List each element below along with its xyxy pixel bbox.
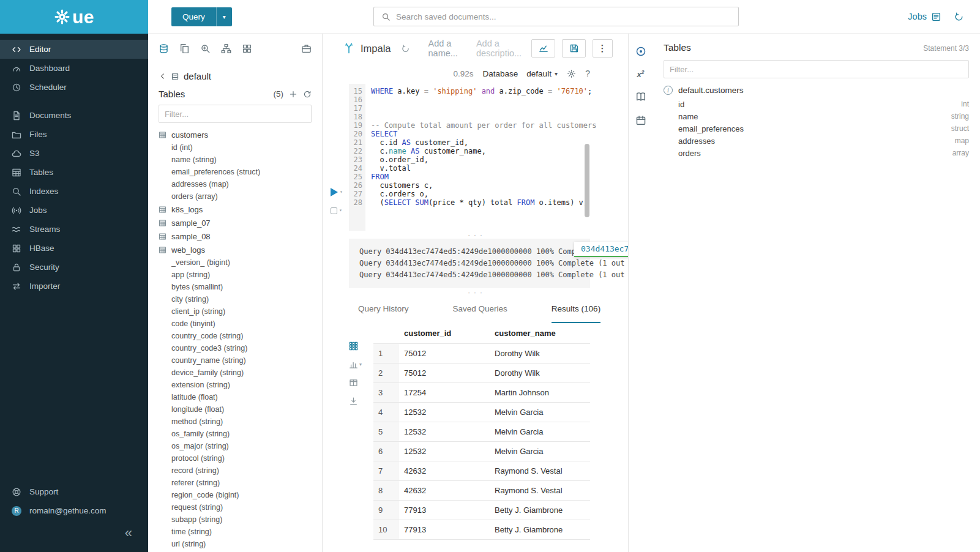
sidebar-item-indexes[interactable]: Indexes: [0, 182, 148, 201]
editor-history-icon[interactable]: [401, 44, 410, 53]
column-item-orders[interactable]: orders (array): [159, 190, 312, 203]
column-item-record[interactable]: record (string): [159, 464, 312, 477]
sidebar-item-streams[interactable]: Streams: [0, 220, 148, 239]
zoom-source-icon[interactable]: [200, 43, 211, 54]
table-item-k8s-logs[interactable]: k8s_logs: [159, 203, 312, 216]
column-item-request[interactable]: request (string): [159, 501, 312, 513]
code-editor[interactable]: ▾ ▾ 1516171819202122232425262728 WHERE a…: [323, 84, 628, 231]
tables-filter-input[interactable]: [159, 105, 312, 123]
databases-source-icon[interactable]: [159, 43, 169, 54]
add-table-icon[interactable]: [289, 90, 297, 99]
column-item-subapp[interactable]: subapp (string): [159, 513, 312, 526]
column-header-customer-id[interactable]: customer_id: [399, 323, 490, 344]
refresh-tables-icon[interactable]: [303, 90, 312, 99]
save-button[interactable]: [562, 39, 586, 58]
resize-handle-bottom[interactable]: [323, 288, 628, 296]
sidebar-item-tables[interactable]: Tables: [0, 163, 148, 182]
breadcrumb[interactable]: default: [159, 67, 312, 89]
column-item-addresses[interactable]: addressesmap: [664, 135, 969, 147]
resize-handle-top[interactable]: [323, 231, 628, 239]
columns-view-icon[interactable]: [349, 378, 373, 387]
column-item-extension[interactable]: extension (string): [159, 379, 312, 391]
tab-saved-queries[interactable]: Saved Queries: [453, 304, 507, 323]
column-item-method[interactable]: method (string): [159, 416, 312, 428]
sidebar-collapse-button[interactable]: «: [0, 520, 148, 548]
assistant-icon[interactable]: [635, 46, 646, 57]
documents-source-icon[interactable]: [179, 43, 190, 54]
sidebar-item-support[interactable]: Support: [0, 482, 148, 501]
sidebar-item-documents[interactable]: Documents: [0, 106, 148, 125]
query-dropdown-caret-icon[interactable]: ▾: [216, 7, 232, 26]
column-item-country-name[interactable]: country_name (string): [159, 354, 312, 367]
language-reference-icon[interactable]: [635, 91, 646, 102]
column-item-time[interactable]: time (string): [159, 526, 312, 538]
column-item-url[interactable]: url (string): [159, 538, 312, 550]
column-item-app[interactable]: app (string): [159, 269, 312, 281]
sidebar-item-user[interactable]: R romain@gethue.com: [0, 501, 148, 520]
briefcase-icon[interactable]: [301, 43, 312, 54]
table-item-sample-08[interactable]: sample_08: [159, 229, 312, 243]
column-item-email-preferences[interactable]: email_preferences (struct): [159, 166, 312, 178]
sidebar-item-jobs[interactable]: Jobs: [0, 201, 148, 220]
table-item-web-logs[interactable]: web_logs: [159, 243, 312, 256]
sitemap-source-icon[interactable]: [221, 43, 231, 54]
column-item-orders[interactable]: ordersarray: [664, 147, 969, 159]
column-item-protocol[interactable]: protocol (string): [159, 452, 312, 464]
execute-button[interactable]: ▾: [331, 188, 343, 196]
back-chevron-icon[interactable]: [159, 72, 166, 80]
help-icon[interactable]: ?: [585, 69, 590, 78]
column-item-email-preferences[interactable]: email_preferencesstruct: [664, 122, 969, 135]
schedule-icon[interactable]: [635, 115, 646, 126]
search-input[interactable]: [396, 12, 731, 21]
column-item-id[interactable]: idint: [664, 98, 969, 110]
editor-scrollbar[interactable]: [585, 144, 589, 217]
column-item-code[interactable]: code (tinyint): [159, 318, 312, 330]
column-item-name[interactable]: name (string): [159, 154, 312, 166]
column-item-device-family[interactable]: device_family (string): [159, 367, 312, 379]
settings-gear-icon[interactable]: [567, 69, 576, 78]
engine-selector[interactable]: Impala: [343, 42, 391, 54]
query-id-tooltip[interactable]: 034d413ec7474ed5:4249de1000000000: [574, 242, 628, 257]
tab-results-106[interactable]: Results (106): [552, 304, 600, 323]
column-header-customer-name[interactable]: customer_name: [490, 323, 590, 344]
table-item-sample-07[interactable]: sample_07: [159, 216, 312, 229]
sidebar-item-importer[interactable]: Importer: [0, 277, 148, 296]
query-description-field[interactable]: Add a descriptio...: [476, 39, 522, 58]
query-history-icon[interactable]: [954, 12, 964, 22]
column-item-referer[interactable]: referer (string): [159, 477, 312, 489]
new-query-button[interactable]: Query ▾: [171, 7, 232, 26]
right-panel-filter-input[interactable]: [664, 60, 969, 78]
table-item-customers[interactable]: customers: [159, 128, 312, 141]
column-item-region-code[interactable]: region_code (bigint): [159, 489, 312, 501]
column-item-addresses[interactable]: addresses (map): [159, 178, 312, 190]
database-select-value[interactable]: default ▾: [526, 69, 558, 78]
sidebar-item-security[interactable]: Security: [0, 258, 148, 277]
sidebar-item-dashboard[interactable]: Dashboard: [0, 59, 148, 78]
tab-query-history[interactable]: Query History: [358, 304, 409, 323]
column-item-bytes[interactable]: bytes (smallint): [159, 281, 312, 293]
functions-icon[interactable]: x2: [637, 70, 644, 78]
execution-log[interactable]: Query 034d413ec7474ed5:4249de1000000000 …: [349, 239, 590, 288]
column-item-os-family[interactable]: os_family (string): [159, 428, 312, 440]
column-item-country-code3[interactable]: country_code3 (string): [159, 342, 312, 354]
grid-view-icon[interactable]: [349, 341, 373, 351]
column-item-os-major[interactable]: os_major (string): [159, 440, 312, 452]
download-icon[interactable]: [349, 397, 373, 406]
statement-options-button[interactable]: ▾: [331, 206, 342, 215]
column-item-name[interactable]: namestring: [664, 110, 969, 122]
sidebar-item-scheduler[interactable]: Scheduler: [0, 78, 148, 97]
jobs-link[interactable]: Jobs: [908, 12, 941, 22]
sidebar-item-editor[interactable]: Editor: [0, 40, 148, 59]
chart-view-icon[interactable]: ▾: [349, 360, 373, 369]
execute-options-caret-icon[interactable]: ▾: [340, 188, 343, 196]
column-item-city[interactable]: city (string): [159, 293, 312, 305]
apps-source-icon[interactable]: [242, 43, 252, 54]
column-item-longitude[interactable]: longitude (float): [159, 403, 312, 416]
sidebar-item-hbase[interactable]: HBase: [0, 239, 148, 258]
column-item-latitude[interactable]: latitude (float): [159, 391, 312, 403]
hue-logo[interactable]: ue: [0, 0, 148, 34]
query-name-field[interactable]: Add a name...: [428, 39, 458, 58]
column-item-id[interactable]: id (int): [159, 141, 312, 154]
sidebar-item-s3[interactable]: S3: [0, 144, 148, 163]
more-actions-button[interactable]: ⋮: [593, 39, 613, 58]
